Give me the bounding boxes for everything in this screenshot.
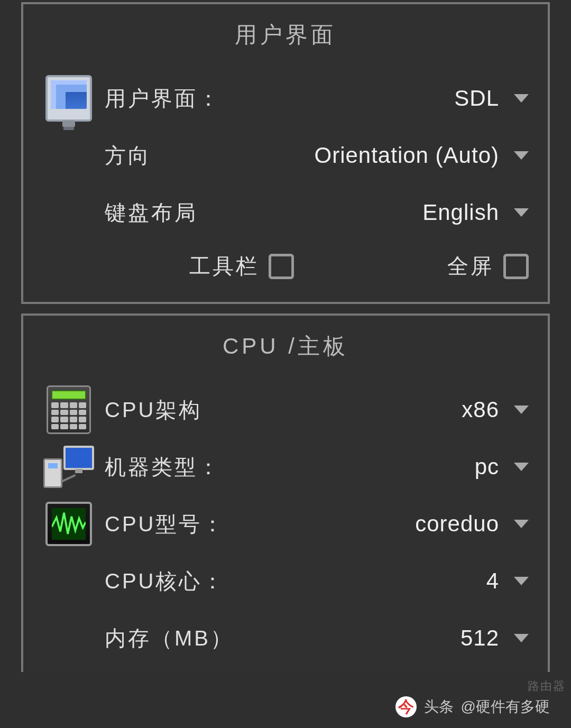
network-computers-icon (42, 446, 95, 488)
ui-dropdown[interactable]: SDL (454, 86, 529, 111)
watermark-handle: @硬件有多硬 (461, 697, 550, 717)
keyboard-label: 键盘布局 (105, 198, 198, 227)
ui-value: SDL (454, 86, 499, 111)
memory-label: 内存（MB） (105, 624, 234, 653)
keyboard-value: English (422, 200, 499, 225)
chevron-down-icon (514, 634, 529, 642)
orientation-dropdown[interactable]: Orientation (Auto) (315, 143, 529, 168)
arch-dropdown[interactable]: x86 (462, 397, 529, 422)
ui-panel-title: 用户界面 (42, 20, 529, 50)
row-cores: CPU核心： 4 (42, 552, 529, 610)
orientation-label: 方向 (105, 141, 151, 170)
oscilloscope-icon (42, 502, 95, 546)
row-keyboard: 键盘布局 English (42, 184, 529, 241)
row-memory: 内存（MB） 512 (42, 610, 529, 667)
toolbar-checkbox-group[interactable]: 工具栏 (189, 252, 294, 281)
chevron-down-icon (514, 577, 529, 585)
chevron-down-icon (514, 463, 529, 471)
chevron-down-icon (514, 406, 529, 414)
model-label: CPU型号： (105, 510, 225, 539)
cores-label: CPU核心： (105, 567, 225, 596)
fullscreen-checkbox-label: 全屏 (447, 252, 494, 281)
machine-dropdown[interactable]: pc (475, 454, 529, 480)
row-orientation: 方向 Orientation (Auto) (42, 127, 529, 184)
row-arch: CPU架构 x86 (42, 381, 529, 438)
monitor-icon (42, 75, 95, 122)
footer-watermark: 今 头条 @硬件有多硬 (395, 696, 550, 717)
machine-label: 机器类型： (105, 453, 221, 482)
cores-value: 4 (486, 568, 499, 594)
row-model: CPU型号： coreduo (42, 495, 529, 552)
cpu-panel-title: CPU /主板 (42, 331, 529, 361)
model-value: coreduo (415, 511, 499, 537)
cores-dropdown[interactable]: 4 (486, 568, 529, 594)
chevron-down-icon (514, 94, 529, 103)
orientation-value: Orientation (Auto) (315, 143, 500, 168)
ui-label: 用户界面： (105, 84, 221, 113)
machine-value: pc (475, 454, 499, 480)
fullscreen-checkbox[interactable] (503, 254, 529, 279)
chevron-down-icon (514, 151, 529, 160)
ui-panel: 用户界面 用户界面： SDL 方向 Orientation (Auto) 键盘布… (21, 2, 550, 304)
memory-dropdown[interactable]: 512 (461, 625, 529, 651)
arch-label: CPU架构 (105, 395, 202, 425)
model-dropdown[interactable]: coreduo (415, 511, 529, 537)
fullscreen-checkbox-group[interactable]: 全屏 (447, 252, 529, 281)
keyboard-dropdown[interactable]: English (422, 200, 529, 225)
memory-value: 512 (461, 625, 499, 651)
row-ui: 用户界面： SDL (42, 70, 529, 127)
chevron-down-icon (514, 520, 529, 528)
cpu-panel: CPU /主板 CPU架构 x86 机器类型： pc (21, 314, 550, 672)
calculator-icon (42, 385, 95, 434)
chevron-down-icon (514, 208, 529, 217)
toolbar-checkbox-label: 工具栏 (189, 252, 259, 281)
watermark-badge-icon: 今 (395, 696, 417, 717)
row-machine: 机器类型： pc (42, 438, 529, 495)
watermark-prefix: 头条 (424, 697, 454, 717)
toolbar-checkbox[interactable] (269, 254, 294, 279)
checkbox-row: 工具栏 全屏 (42, 252, 529, 281)
arch-value: x86 (462, 397, 499, 422)
corner-watermark: 路由器 (528, 678, 566, 694)
